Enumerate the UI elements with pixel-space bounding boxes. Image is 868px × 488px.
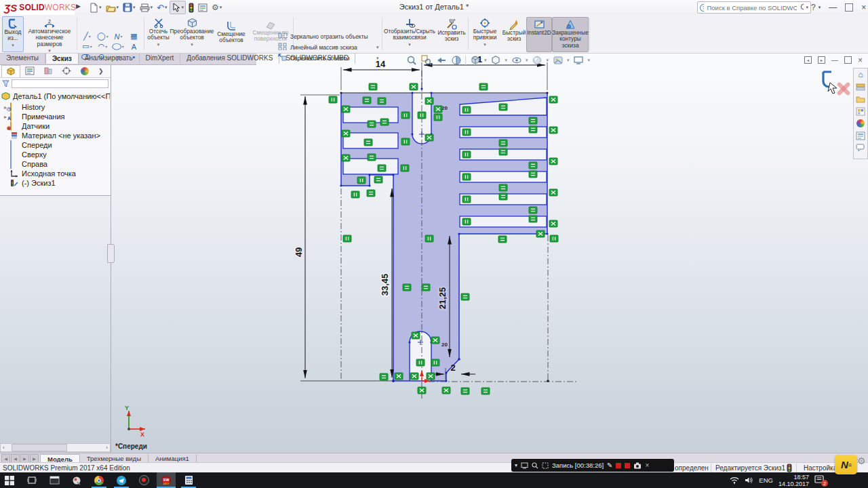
volume-icon[interactable] — [745, 476, 753, 484]
view-settings-icon[interactable] — [573, 55, 585, 66]
tab-sketch[interactable]: Эскиз — [45, 53, 79, 64]
scroll-right-icon[interactable]: › — [106, 445, 110, 451]
recorder-camera-icon[interactable] — [633, 462, 642, 469]
circle-concentric-tool[interactable]: ⊙▾ — [95, 52, 111, 62]
dropdown-caret[interactable]: ▾ — [157, 42, 160, 47]
recorder-pause-icon[interactable] — [616, 463, 621, 468]
display-relations-button[interactable]: Отобразить/Скрыть взаимосвязи ▾ — [384, 16, 435, 47]
search-input[interactable] — [706, 3, 798, 12]
dropdown-caret[interactable]: ▾ — [526, 58, 528, 63]
doc-restore-button[interactable] — [844, 56, 852, 64]
dropdown-caret[interactable]: ▾ — [408, 42, 411, 47]
tree-item-right-plane[interactable]: Справа — [3, 159, 47, 169]
tab-dimxpert[interactable]: DimXpert — [140, 53, 181, 64]
report-button[interactable] — [197, 1, 209, 14]
dropdown-caret[interactable]: ▾ — [376, 56, 379, 61]
dropdown-caret[interactable]: ▾ — [484, 58, 487, 63]
filter-input[interactable] — [12, 79, 108, 88]
tree-item-annotations[interactable]: ▸ A Примечания — [3, 112, 65, 121]
logo-expand-icon[interactable]: ▶ — [76, 3, 81, 9]
ne-app-overlay-icon[interactable]: N≡ — [835, 455, 857, 474]
file-explorer-taskbar-icon[interactable] — [45, 472, 64, 488]
feature-manager-tabs[interactable]: ❯ — [0, 64, 111, 78]
tree-item-origin[interactable]: Исходная точка — [3, 169, 76, 178]
recorder-monitor-icon[interactable] — [521, 462, 528, 469]
recorder-stop-icon[interactable] — [625, 463, 630, 468]
undo-button[interactable]: ↶▾ — [155, 1, 168, 14]
calculator-icon[interactable] — [179, 472, 198, 488]
tree-item-front-plane[interactable]: Спереди — [3, 140, 52, 150]
mirror-entities-button[interactable]: Зеркально отразить объекты — [278, 32, 368, 41]
tree-item-material[interactable]: Материал <не указан> — [3, 131, 100, 140]
tree-item-history[interactable]: ▸ ◷ History — [3, 102, 45, 112]
screen-recorder-toolbar[interactable]: ▾ Запись [00:38:26] ✎ × — [511, 459, 674, 472]
forum-icon[interactable] — [855, 142, 867, 153]
telegram-icon[interactable] — [112, 472, 131, 488]
section-view-icon[interactable] — [450, 55, 462, 66]
recorder-zoom-icon[interactable] — [532, 462, 538, 469]
dropdown-caret[interactable]: ▾ — [567, 58, 570, 63]
linear-pattern-button[interactable]: Линейный массив эскиза ▾ — [278, 43, 357, 52]
language-indicator[interactable]: ENG — [759, 476, 773, 484]
heads-up-toolbar[interactable]: ▾ ▾ ▾ ▾ ▾ ▾ — [406, 54, 590, 66]
graphics-viewport[interactable] — [0, 53, 868, 453]
configurationmanager-tab[interactable] — [39, 65, 57, 77]
arc-tool[interactable]: ◠▾ — [95, 41, 111, 52]
smart-dimension-button[interactable]: 2 Автоматическое нанесение размеров ▾ — [23, 16, 76, 54]
scroll-left-icon[interactable]: ‹ — [1, 445, 5, 451]
display-style-icon[interactable] — [490, 55, 502, 66]
tab-features[interactable]: Элементы — [0, 53, 45, 64]
featuremanager-tab[interactable] — [1, 65, 20, 77]
point-tool[interactable]: ▪ — [126, 52, 142, 62]
save-button[interactable]: ▾ — [121, 1, 137, 14]
offset-entities-button[interactable]: Смещение объектов — [214, 19, 249, 44]
text-tool[interactable]: A — [126, 41, 142, 52]
action-center-icon[interactable]: 2 — [814, 475, 825, 485]
propertymanager-tab[interactable] — [21, 65, 39, 77]
tree-item-sensors[interactable]: ◉ Датчики — [3, 121, 50, 131]
options-button[interactable]: ⚙▾ — [210, 1, 223, 14]
spline-tool[interactable]: N▾ — [111, 31, 126, 41]
dropdown-caret[interactable]: ▾ — [547, 58, 549, 63]
tree-item-top-plane[interactable]: Сверху — [3, 150, 47, 159]
tree-root[interactable]: Деталь1 (По умолчанию<<По умолчан — [1, 92, 110, 101]
zoom-area-icon[interactable] — [420, 55, 432, 66]
fillet-tool[interactable]: ╭▾ — [111, 52, 126, 62]
open-document-button[interactable]: ▾ — [104, 1, 121, 14]
start-button[interactable] — [0, 472, 19, 488]
recorder-pencil-icon[interactable]: ✎ — [607, 462, 612, 469]
trim-entities-button[interactable]: Отсечь объекты ▾ — [146, 16, 171, 47]
dropdown-caret[interactable]: ▾ — [505, 58, 508, 63]
system-tray[interactable]: ENG 18:57 14.10.2017 2 — [730, 472, 825, 488]
new-document-button[interactable]: ▾ — [88, 1, 103, 14]
app-logo[interactable]: ƷS SOLIDWORKS — [0, 0, 75, 15]
dropdown-caret[interactable]: ▾ — [484, 42, 486, 47]
help-caret[interactable]: ▾ — [818, 5, 821, 10]
tree-filter-row[interactable] — [0, 78, 111, 89]
pane-horizontal-scrollbar[interactable]: ‹ › — [0, 443, 111, 452]
close-button[interactable]: × — [861, 3, 866, 12]
recorder-menu-caret[interactable]: ▾ — [515, 462, 517, 468]
quick-snaps-button[interactable]: Быстрые привязки ▾ — [470, 16, 500, 47]
view-orientation-icon[interactable] — [469, 55, 481, 66]
dimxpertmanager-tab[interactable] — [58, 65, 75, 77]
tray-gear-icon[interactable]: ⚙ — [857, 455, 866, 466]
confirmation-corner[interactable] — [816, 68, 857, 100]
previous-view-icon[interactable] — [435, 55, 447, 66]
scene-icon[interactable] — [552, 55, 564, 66]
search-icon[interactable] — [800, 3, 804, 12]
chrome-icon[interactable] — [90, 472, 108, 488]
zoom-fit-icon[interactable] — [406, 55, 417, 66]
quick-access-toolbar[interactable]: ▾ ▾ ▾ ▾ ↶▾ ▾ ⚙▾ — [88, 1, 223, 14]
rapid-sketch-button[interactable]: Быстрый эскиз — [501, 18, 527, 43]
task-view-button[interactable] — [22, 472, 41, 488]
appearances-scenes-icon[interactable] — [855, 118, 867, 129]
select-tool-button[interactable]: ▾ — [170, 1, 186, 14]
shaded-contours-button[interactable]: Закрашенные контуры эскиза — [552, 17, 589, 52]
recorder-close-icon[interactable]: × — [645, 462, 649, 469]
exit-sketch-button[interactable]: Выход из... ▾ — [2, 16, 24, 52]
ellipse-tool[interactable]: ◯▾ — [111, 41, 126, 52]
custom-properties-icon[interactable] — [855, 130, 867, 141]
taskbar-clock[interactable]: 18:57 14.10.2017 — [778, 474, 809, 487]
help-search[interactable]: ? ▾ — [697, 1, 811, 14]
